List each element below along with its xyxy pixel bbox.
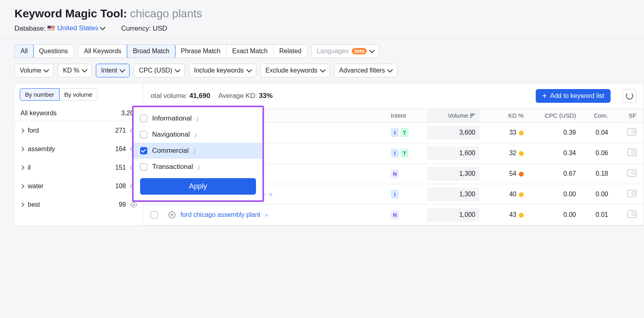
serp-icon[interactable]: [627, 128, 636, 135]
group-item[interactable]: water 108: [15, 177, 143, 195]
group-item[interactable]: assembly 164: [15, 140, 143, 158]
cpc-value: 0.34: [524, 150, 576, 157]
plus-circle-icon[interactable]: [168, 211, 175, 218]
content: By number By volume All keywords 3,207 f…: [0, 83, 644, 226]
intent-tag-i: I: [391, 149, 399, 158]
col-sf[interactable]: SF: [608, 112, 636, 119]
match-related[interactable]: Related: [274, 45, 307, 58]
chevron-down-icon: [175, 67, 180, 73]
languages-select[interactable]: Languages beta: [312, 44, 379, 58]
chevron-right-icon: [20, 128, 24, 133]
intent-option-commercial[interactable]: Commercial i: [134, 143, 262, 159]
group-name: ford: [28, 127, 111, 134]
database-select[interactable]: United States: [47, 24, 105, 32]
serp-icon[interactable]: [627, 210, 636, 218]
kd-value: 32: [479, 150, 524, 157]
chevron-down-icon: [82, 67, 87, 73]
cpc-value: 0.39: [524, 129, 576, 136]
info-icon[interactable]: i: [195, 131, 201, 138]
double-chevron-icon[interactable]: »: [269, 191, 272, 197]
filter-intent[interactable]: Intent: [96, 64, 130, 77]
checkbox[interactable]: [140, 115, 147, 122]
group-item[interactable]: ford 271: [15, 121, 143, 140]
row-checkbox[interactable]: [151, 211, 158, 218]
keyword-cell: ford chicago assembly plant »: [168, 211, 391, 219]
col-kd[interactable]: KD %: [479, 112, 524, 119]
com-value: 0.01: [576, 211, 608, 218]
all-keywords-row[interactable]: All keywords 3,207: [15, 106, 143, 121]
match-exact[interactable]: Exact Match: [227, 45, 274, 58]
sidebar: By number By volume All keywords 3,207 f…: [14, 83, 143, 226]
group-count: 99: [119, 201, 126, 208]
plus-icon: +: [542, 93, 547, 99]
chevron-right-icon: [20, 184, 24, 188]
group-count: 151: [115, 164, 126, 171]
chevron-right-icon: [20, 165, 24, 170]
col-intent[interactable]: Intent: [391, 112, 427, 119]
filter-row: Volume KD % Intent CPC (USD) Include key…: [0, 64, 644, 83]
filter-advanced[interactable]: Advanced filters: [334, 64, 398, 77]
kd-value: 33: [479, 129, 524, 136]
filter-exclude[interactable]: Exclude keywords: [260, 64, 330, 77]
table-row: ford chicago assembly plant » N 1,000 43…: [143, 205, 644, 225]
group-list: ford 271 assembly 164 il 151 water 108: [15, 121, 143, 214]
intent-option-transactional[interactable]: Transactional i: [134, 159, 262, 175]
match-broad[interactable]: Broad Match: [127, 44, 175, 58]
filter-cpc[interactable]: CPC (USD): [134, 64, 185, 77]
group-item[interactable]: best 99: [15, 195, 143, 214]
info-icon[interactable]: i: [196, 115, 203, 122]
serp-icon[interactable]: [627, 149, 636, 156]
info-icon[interactable]: i: [198, 164, 204, 170]
match-all-keywords[interactable]: All Keywords: [78, 45, 127, 58]
filter-kd[interactable]: KD %: [58, 64, 92, 77]
filter-volume[interactable]: Volume: [14, 64, 54, 77]
group-name: il: [28, 164, 111, 171]
languages-label: Languages: [317, 48, 349, 55]
info-icon[interactable]: i: [194, 148, 200, 154]
chevron-down-icon: [246, 67, 252, 73]
serp-icon[interactable]: [627, 190, 636, 197]
double-chevron-icon[interactable]: »: [264, 211, 268, 218]
col-cpc[interactable]: CPC (USD): [524, 112, 576, 119]
mode-all[interactable]: All: [14, 44, 34, 58]
volume-value: 1,300: [427, 187, 479, 201]
apply-button[interactable]: Apply: [140, 178, 256, 195]
col-com[interactable]: Com.: [576, 112, 608, 119]
com-value: 0.04: [576, 129, 608, 136]
serp-icon[interactable]: [627, 169, 636, 177]
eye-icon[interactable]: [130, 201, 137, 208]
volume-value: 1,600: [427, 146, 479, 160]
refresh-button[interactable]: [623, 89, 636, 103]
summary-bar: otal volume: 41,690 Average KD: 33% + Ad…: [143, 83, 644, 109]
cpc-value: 0.67: [524, 170, 576, 177]
group-count: 271: [115, 127, 126, 134]
svg-point-4: [133, 204, 135, 206]
chevron-down-icon: [387, 67, 393, 73]
sort-by-volume[interactable]: By volume: [60, 88, 98, 101]
page-header: Keyword Magic Tool: chicago plants Datab…: [0, 0, 644, 38]
add-to-list-button[interactable]: + Add to keyword list: [536, 89, 611, 103]
option-label: Informational: [152, 114, 192, 123]
match-phrase[interactable]: Phrase Match: [175, 45, 227, 58]
chevron-down-icon: [369, 48, 375, 53]
checkbox[interactable]: [140, 147, 147, 154]
filter-include[interactable]: Include keywords: [189, 64, 256, 77]
intent-option-informational[interactable]: Informational i: [134, 110, 262, 127]
header-subline: Database: United States Currency: USD: [14, 24, 630, 33]
intent-tag-t: T: [400, 149, 409, 158]
us-flag-icon: [47, 26, 55, 31]
checkbox[interactable]: [140, 131, 147, 138]
intent-option-navigational[interactable]: Navigational i: [134, 127, 262, 143]
mode-questions[interactable]: Questions: [33, 45, 74, 58]
sort-desc-icon: [470, 113, 475, 118]
group-item[interactable]: il 151: [15, 158, 143, 177]
keyword-link[interactable]: ford chicago assembly plant: [180, 211, 260, 218]
sort-by-number[interactable]: By number: [20, 88, 60, 101]
com-value: 0.00: [576, 191, 608, 198]
kd-value: 43: [479, 211, 524, 218]
option-label: Transactional: [152, 163, 193, 171]
intent-filter-popup: Informational i Navigational i Commercia…: [132, 106, 264, 202]
checkbox[interactable]: [140, 163, 147, 170]
chevron-down-icon: [320, 67, 325, 73]
col-volume[interactable]: Volume: [427, 109, 479, 122]
